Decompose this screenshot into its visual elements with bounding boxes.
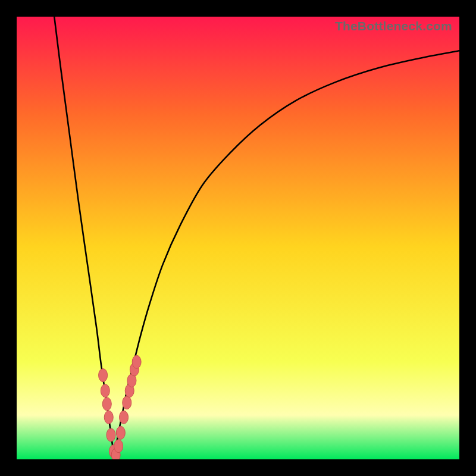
chart-container: TheBottleneck.com [0,0,476,476]
data-point [120,411,129,424]
curve-right-branch [114,51,459,457]
data-point [114,440,123,453]
highlighted-points [99,355,142,459]
plot-area: TheBottleneck.com [17,17,459,459]
curves-layer [17,17,459,459]
data-point [116,426,125,439]
data-point [132,355,141,368]
data-point [101,384,109,397]
data-point [123,396,131,409]
data-point [104,411,113,424]
data-point [102,397,111,411]
data-point [99,369,108,382]
data-point [107,428,115,441]
